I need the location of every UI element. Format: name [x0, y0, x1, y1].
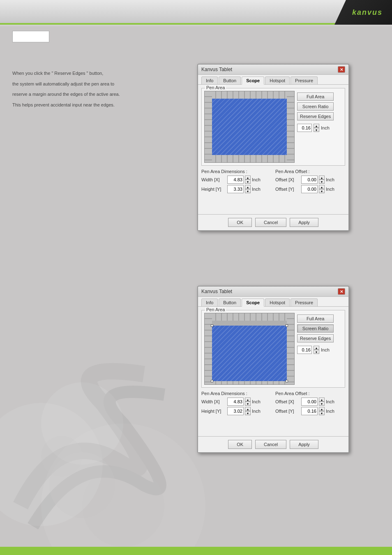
tab-pressure-2[interactable]: Pressure: [291, 298, 318, 306]
tab-button-1[interactable]: Button: [219, 76, 241, 84]
screen-ratio-button-1[interactable]: Screen Ratio: [297, 102, 334, 111]
offset-y-row-2: Offset [Y] ▲ ▼ Inch: [275, 407, 345, 415]
hatch-inner-left-2: [205, 313, 212, 384]
width-arrows-2: ▲ ▼: [245, 398, 251, 406]
cancel-button-1[interactable]: Cancel: [255, 218, 286, 227]
tab-button-2[interactable]: Button: [219, 298, 241, 306]
dialog-2-content: Pen Area: [198, 307, 348, 436]
height-input-2[interactable]: [227, 407, 244, 415]
width-row-2: Width [X] ▲ ▼ Inch: [201, 398, 271, 406]
spinner-input-1[interactable]: [297, 124, 312, 132]
offset-y-down-1[interactable]: ▼: [319, 189, 325, 193]
tab-info-1[interactable]: Info: [201, 76, 218, 84]
dialog-1-footer: OK Cancel Apply: [198, 214, 348, 230]
spinner-up-1[interactable]: ▲: [314, 124, 319, 128]
dim-group-2: Pen Area Dimensions : Width [X] ▲ ▼ Inch…: [201, 391, 271, 416]
spinner-up-2[interactable]: ▲: [314, 346, 319, 350]
tab-info-2[interactable]: Info: [201, 298, 218, 306]
dialog-2-close-button[interactable]: ✕: [338, 288, 345, 295]
reserve-edges-button-1[interactable]: Reserve Edges: [297, 112, 334, 120]
tab-pressure-1[interactable]: Pressure: [291, 76, 318, 84]
height-input-1[interactable]: [227, 185, 244, 193]
pen-area-label-2: Pen Area: [205, 307, 226, 312]
full-area-button-1[interactable]: Full Area: [297, 92, 334, 101]
offset-x-unit-2: Inch: [326, 399, 334, 404]
width-input-1[interactable]: [227, 176, 244, 184]
height-arrows-1: ▲ ▼: [245, 185, 251, 193]
dim-group-1: Pen Area Dimensions : Width [X] ▲ ▼ Inch…: [201, 169, 271, 194]
offset-y-input-1[interactable]: [301, 185, 318, 193]
width-down-1[interactable]: ▼: [245, 180, 251, 184]
dialog-1-title: Kanvus Tablet: [201, 67, 232, 72]
blue-area-1: [212, 99, 287, 155]
hatch-inner-left-1: [205, 91, 212, 162]
hatch-inner-right-2: [287, 313, 294, 384]
tab-hotspot-2[interactable]: Hotspot: [265, 298, 290, 306]
blue-area-2: [212, 326, 287, 381]
hatch-right-1: [287, 91, 294, 162]
dialog-1: Kanvus Tablet ✕ Info Button Scope Hotspo…: [197, 64, 349, 231]
offset-y-unit-2: Inch: [326, 409, 334, 414]
width-down-2[interactable]: ▼: [245, 402, 251, 406]
spinner-down-1[interactable]: ▼: [314, 128, 319, 132]
apply-button-1[interactable]: Apply: [290, 218, 318, 227]
corner-tl[interactable]: [211, 324, 213, 327]
dim-title-2: Pen Area Dimensions :: [201, 391, 271, 396]
ok-button-1[interactable]: OK: [228, 218, 252, 227]
height-up-2[interactable]: ▲: [245, 407, 251, 411]
width-up-2[interactable]: ▲: [245, 398, 251, 402]
offset-title-1: Pen Area Offset :: [275, 169, 345, 174]
offset-x-up-1[interactable]: ▲: [319, 176, 325, 180]
tab-hotspot-1[interactable]: Hotspot: [265, 76, 290, 84]
pen-area-label-1: Pen Area: [205, 85, 226, 90]
width-input-2[interactable]: [227, 398, 244, 406]
bg-swirl: [0, 341, 197, 547]
corner-br[interactable]: [286, 380, 288, 382]
offset-y-up-1[interactable]: ▲: [319, 185, 325, 189]
corner-bl[interactable]: [211, 380, 213, 382]
dialog-1-close-button[interactable]: ✕: [338, 66, 345, 73]
offset-x-up-2[interactable]: ▲: [319, 398, 325, 402]
apply-button-2[interactable]: Apply: [290, 440, 318, 449]
offset-x-input-2[interactable]: [301, 398, 318, 406]
svg-point-1: [41, 436, 82, 477]
tab-scope-2[interactable]: Scope: [242, 298, 264, 307]
ok-button-2[interactable]: OK: [228, 440, 252, 449]
offset-y-up-2[interactable]: ▲: [319, 407, 325, 411]
width-up-1[interactable]: ▲: [245, 176, 251, 180]
full-area-button-2[interactable]: Full Area: [297, 314, 334, 323]
reserve-edges-button-2[interactable]: Reserve Edges: [297, 334, 334, 342]
offset-y-arrows-1: ▲ ▼: [319, 185, 325, 193]
svg-point-2: [82, 465, 164, 547]
hatch-left-2: [205, 313, 212, 384]
pen-canvas-1: [204, 91, 295, 163]
corner-tr[interactable]: [286, 324, 288, 327]
offset-y-down-2[interactable]: ▼: [319, 411, 325, 415]
offset-x-unit-1: Inch: [326, 177, 334, 182]
spinner-down-2[interactable]: ▼: [314, 350, 319, 354]
offset-x-down-2[interactable]: ▼: [319, 402, 325, 406]
pen-area-inner-1: Full Area Screen Ratio Reserve Edges ▲ ▼…: [204, 91, 342, 163]
dimensions-section-2: Pen Area Dimensions : Width [X] ▲ ▼ Inch…: [201, 391, 345, 416]
quote-text: " Reserve Edges ": [51, 71, 88, 76]
height-row-2: Height [Y] ▲ ▼ Inch: [201, 407, 271, 415]
offset-x-arrows-1: ▲ ▼: [319, 176, 325, 184]
offset-x-input-1[interactable]: [301, 176, 318, 184]
offset-y-row-1: Offset [Y] ▲ ▼ Inch: [275, 185, 345, 193]
offset-y-arrows-2: ▲ ▼: [319, 407, 325, 415]
hatch-inner-top-1: [205, 91, 294, 99]
offset-y-unit-1: Inch: [326, 187, 334, 192]
spinner-input-2[interactable]: [297, 346, 312, 354]
tab-scope-1[interactable]: Scope: [242, 76, 264, 85]
left-content: When you click the " Reserve Edges " but…: [12, 70, 185, 112]
width-arrows-1: ▲ ▼: [245, 176, 251, 184]
offset-x-down-1[interactable]: ▼: [319, 180, 325, 184]
spinner-arrows-2: ▲ ▼: [314, 346, 319, 354]
height-down-2[interactable]: ▼: [245, 411, 251, 415]
height-up-1[interactable]: ▲: [245, 185, 251, 189]
height-down-1[interactable]: ▼: [245, 189, 251, 193]
screen-ratio-button-2[interactable]: Screen Ratio: [297, 324, 334, 333]
width-label-1: Width [X]: [201, 177, 226, 182]
cancel-button-2[interactable]: Cancel: [255, 440, 286, 449]
offset-y-input-2[interactable]: [301, 407, 318, 415]
